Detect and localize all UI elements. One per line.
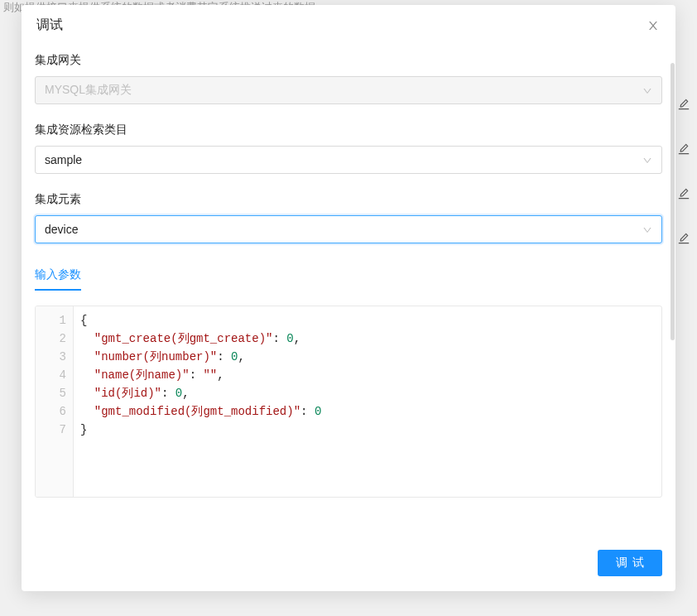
- code-gutter: 1234567: [36, 306, 74, 497]
- debug-modal: 调试 集成网关 MYSQL集成网关 集成资源检索类目 sample: [22, 5, 675, 591]
- code-line[interactable]: {: [80, 311, 655, 330]
- code-line[interactable]: "gmt_modified(列gmt_modified)": 0: [80, 402, 655, 421]
- close-icon: [647, 19, 660, 32]
- code-line[interactable]: }: [80, 421, 655, 439]
- modal-footer: 调试: [22, 540, 675, 591]
- code-line[interactable]: "number(列number)": 0,: [80, 348, 655, 366]
- background-edit-icons: [677, 98, 690, 245]
- resource-label: 集成资源检索类目: [35, 123, 662, 137]
- gutter-line: 6: [46, 402, 66, 421]
- chevron-down-icon: [642, 155, 652, 165]
- modal-header: 调试: [22, 5, 675, 46]
- modal-title: 调试: [36, 17, 63, 34]
- gutter-line: 5: [46, 384, 66, 402]
- element-label: 集成元素: [35, 192, 662, 207]
- modal-body: 集成网关 MYSQL集成网关 集成资源检索类目 sample 集成元素 devi…: [22, 46, 675, 540]
- gateway-label: 集成网关: [35, 53, 662, 68]
- gateway-field-group: 集成网关 MYSQL集成网关: [35, 53, 662, 104]
- code-line[interactable]: "name(列name)": "",: [80, 366, 655, 384]
- edit-icon[interactable]: [677, 232, 690, 245]
- element-value: device: [45, 223, 78, 236]
- code-line[interactable]: "id(列id)": 0,: [80, 384, 655, 402]
- element-field-group: 集成元素 device: [35, 192, 662, 243]
- scrollbar-thumb[interactable]: [671, 63, 675, 340]
- resource-field-group: 集成资源检索类目 sample: [35, 123, 662, 174]
- gutter-line: 7: [46, 421, 66, 439]
- resource-select[interactable]: sample: [35, 146, 662, 174]
- resource-value: sample: [45, 153, 82, 166]
- chevron-down-icon: [642, 224, 652, 234]
- modal-scrollbar[interactable]: [671, 63, 675, 525]
- code-line[interactable]: "gmt_create(列gmt_create)": 0,: [80, 330, 655, 348]
- gateway-value: MYSQL集成网关: [45, 83, 132, 98]
- edit-icon[interactable]: [677, 142, 690, 156]
- gutter-line: 3: [46, 348, 66, 366]
- chevron-down-icon: [642, 85, 652, 95]
- params-tab-section: 输入参数: [35, 267, 662, 291]
- gutter-line: 1: [46, 311, 66, 330]
- gutter-line: 2: [46, 330, 66, 348]
- code-content[interactable]: { "gmt_create(列gmt_create)": 0, "number(…: [74, 306, 661, 497]
- element-select[interactable]: device: [35, 215, 662, 243]
- edit-icon[interactable]: [677, 98, 690, 111]
- close-button[interactable]: [646, 18, 661, 33]
- gateway-select: MYSQL集成网关: [35, 76, 662, 104]
- params-tab[interactable]: 输入参数: [35, 267, 81, 291]
- code-editor[interactable]: 1234567 { "gmt_create(列gmt_create)": 0, …: [35, 306, 662, 498]
- debug-button[interactable]: 调试: [598, 550, 662, 576]
- gutter-line: 4: [46, 366, 66, 384]
- edit-icon[interactable]: [677, 187, 690, 200]
